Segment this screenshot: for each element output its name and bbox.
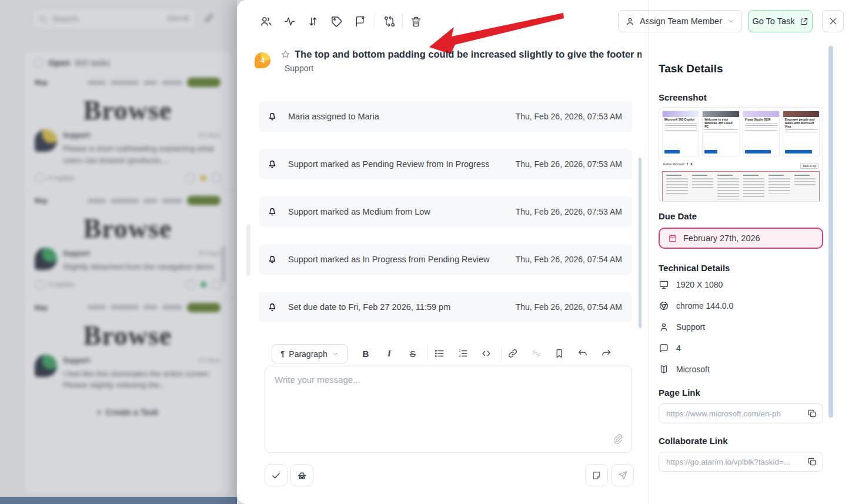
collaborate-link-label: Collaborate Link xyxy=(659,436,728,446)
star-icon[interactable] xyxy=(280,49,290,62)
task-details-panel: Task Details Screenshot Microsoft 365 Co… xyxy=(649,0,852,504)
italic-button[interactable]: I xyxy=(379,343,399,363)
due-date-label: Due Date xyxy=(659,211,697,221)
activity-scrollbar[interactable] xyxy=(639,158,641,328)
code-button[interactable] xyxy=(476,343,496,363)
facebook-icon: f xyxy=(687,162,688,166)
comment-flag-icon xyxy=(354,15,366,28)
tech-user: Support xyxy=(659,322,705,332)
sort-button[interactable] xyxy=(302,11,323,32)
due-date-field[interactable]: February 27th, 2026 xyxy=(659,228,823,249)
comment-icon xyxy=(659,343,669,353)
tech-comments: 4 xyxy=(659,343,681,353)
link-button[interactable] xyxy=(503,343,523,363)
calendar-icon xyxy=(668,233,677,243)
page-link-label: Page Link xyxy=(659,388,700,398)
redo-button[interactable] xyxy=(596,343,616,363)
toolbar-divider xyxy=(375,13,375,29)
bold-button[interactable]: B xyxy=(356,343,376,363)
copy-collaborate-link-button[interactable] xyxy=(807,457,817,466)
activity-time: Thu, Feb 26, 2026, 07:53 AM xyxy=(516,112,622,121)
activity-text: Set due date to Fri, Feb 27 2026, 11:59 … xyxy=(288,302,505,312)
activity-button[interactable] xyxy=(279,11,300,32)
composer-divider xyxy=(501,347,502,360)
copy-page-link-button[interactable] xyxy=(807,409,817,418)
tech-resolution: 1920 X 1080 xyxy=(659,279,723,290)
bell-icon xyxy=(267,302,278,312)
activity-row: Support marked as Pending Review from In… xyxy=(259,149,633,179)
message-input[interactable] xyxy=(265,366,632,452)
link-icon xyxy=(507,348,518,359)
task-pin-badge: 4 xyxy=(255,52,270,68)
screenshot-label: Screenshot xyxy=(659,92,707,102)
assignees-button[interactable] xyxy=(255,11,276,32)
check-icon xyxy=(271,470,281,480)
users-icon xyxy=(260,15,272,28)
chevron-down-icon xyxy=(332,350,339,358)
mini-card: Empower people and teams with Microsoft … xyxy=(783,111,820,156)
comment-flag-button[interactable] xyxy=(349,11,370,32)
send-button[interactable] xyxy=(611,464,634,486)
trash-icon xyxy=(410,15,422,28)
undo-icon xyxy=(577,348,588,359)
incognito-icon xyxy=(296,470,308,481)
collaborate-link-field: https://go.atarim.io/vplblk?taskid=... xyxy=(659,452,823,472)
activity-text: Support marked as Medium from Low xyxy=(288,207,505,216)
delete-task-button[interactable] xyxy=(405,11,426,32)
strikethrough-button[interactable]: S xyxy=(403,343,423,363)
mini-card: Visual Studio 2026 xyxy=(743,111,780,156)
bell-icon xyxy=(267,111,278,122)
bullet-list-button[interactable] xyxy=(429,343,449,363)
paperclip-icon xyxy=(612,433,623,444)
page-link-field: https://www.microsoft.com/en-ph xyxy=(659,403,823,423)
activity-time: Thu, Feb 26, 2026, 07:53 AM xyxy=(516,207,622,216)
send-icon xyxy=(617,470,628,480)
mini-card: Welcome to your Windows 365 Cloud PC xyxy=(702,111,739,156)
screenshot-thumbnail[interactable]: Microsoft 365 Copilot Welcome to your Wi… xyxy=(659,107,823,202)
activity-time: Thu, Feb 26, 2026, 07:54 AM xyxy=(516,302,622,312)
collaborate-link-value: https://go.atarim.io/vplblk?taskid=... xyxy=(666,458,803,466)
person-icon xyxy=(659,322,669,332)
workflow-button[interactable] xyxy=(379,11,400,32)
note-icon xyxy=(592,470,602,480)
person-icon xyxy=(625,16,635,26)
modal-backdrop xyxy=(0,0,237,504)
monitor-icon xyxy=(659,279,669,290)
modal-scroll-indicator[interactable] xyxy=(246,224,250,276)
activity-time: Thu, Feb 26, 2026, 07:53 AM xyxy=(516,159,622,169)
app-root: Search Ctrl+K Open 502 tasks Map xyxy=(0,0,852,504)
details-panel-scrollbar[interactable] xyxy=(828,46,833,418)
page-bottom-strip xyxy=(0,497,237,504)
x-icon: X xyxy=(690,162,693,166)
tech-project: Microsoft xyxy=(659,364,710,375)
undo-button[interactable] xyxy=(573,343,593,363)
ordered-list-button[interactable]: 12 xyxy=(453,343,473,363)
resolve-button[interactable] xyxy=(265,464,288,486)
activity-row: Support marked as In Progress from Pendi… xyxy=(259,244,633,275)
message-editor xyxy=(265,366,632,453)
copy-icon xyxy=(807,409,817,418)
internal-note-toggle[interactable] xyxy=(290,464,313,486)
ordered-list-icon: 12 xyxy=(457,348,468,359)
composer-divider xyxy=(427,347,428,360)
svg-text:2: 2 xyxy=(459,354,460,358)
attach-file-button[interactable] xyxy=(612,433,623,446)
notes-button[interactable] xyxy=(585,464,608,486)
technical-details-label: Technical Details xyxy=(659,263,730,273)
pilcrow-icon: ¶ xyxy=(280,349,285,358)
tag-button[interactable] xyxy=(326,11,347,32)
activity-row: Set due date to Fri, Feb 27 2026, 11:59 … xyxy=(259,292,633,322)
mini-card: Microsoft 365 Copilot xyxy=(662,111,699,156)
unlink-button[interactable] xyxy=(526,343,546,363)
paragraph-style-dropdown[interactable]: ¶ Paragraph xyxy=(272,344,348,363)
highlighted-footer-region xyxy=(662,171,820,202)
toolbar-divider xyxy=(402,13,403,29)
follow-label: Follow Microsoft xyxy=(663,162,684,166)
task-detail-modal: Assign Team Member Go To Task 4 The top … xyxy=(237,0,852,504)
svg-text:1: 1 xyxy=(459,349,460,352)
redo-icon xyxy=(601,348,612,359)
bullet-list-icon xyxy=(434,348,445,359)
bookmark-button[interactable] xyxy=(549,343,569,363)
activity-text: Support marked as In Progress from Pendi… xyxy=(288,255,505,264)
activity-time: Thu, Feb 26, 2026, 07:54 AM xyxy=(516,255,622,264)
